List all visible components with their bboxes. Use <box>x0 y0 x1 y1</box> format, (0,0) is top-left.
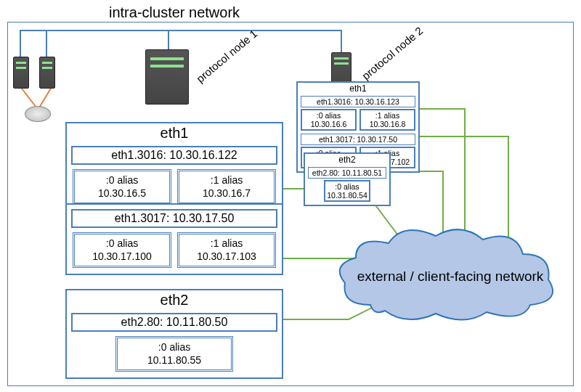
n1-eth1-3016-alias1: :1 alias 10.30.16.7 <box>177 169 276 205</box>
n1-eth2-panel: eth2 eth2.80: 10.11.80.50 :0 alias 10.11… <box>65 289 283 379</box>
alias-label: :1 alias <box>211 174 243 186</box>
n1-eth2-80-header: eth2.80: 10.11.80.50 <box>71 313 277 332</box>
alias-label: :0 alias <box>317 111 341 120</box>
n1-eth1-3016-alias0: :0 alias 10.30.16.5 <box>73 169 171 205</box>
n2-eth1-3017-header: eth1.3017: 10.30.17.50 <box>301 134 415 145</box>
alias-ip: 10.30.16.7 <box>203 187 251 199</box>
n2-eth2-80-header: eth2.80: 10.11.80.51 <box>308 167 386 179</box>
alias-label: :1 alias <box>211 237 243 249</box>
alias-ip: 10.31.80.54 <box>327 191 367 200</box>
eth2-header: eth2 <box>67 290 282 310</box>
alias-label: :0 alias <box>106 237 138 249</box>
alias-label: :1 alias <box>375 111 399 120</box>
network-diagram: intra-cluster network protocol node 1 pr… <box>0 0 581 392</box>
n2-eth1-3016-alias0: :0 alias 10.30.16.6 <box>301 109 357 131</box>
n1-eth1-3017-header: eth1.3017: 10.30.17.50 <box>71 209 277 228</box>
storage-server-icon <box>39 57 55 89</box>
n1-eth1-3017-alias0: :0 alias 10.30.17.100 <box>73 232 171 268</box>
n1-eth1-3017-alias1: :1 alias 10.30.17.103 <box>177 232 276 268</box>
alias-label: :0 alias <box>106 174 138 186</box>
protocol-node-1-icon <box>145 49 189 105</box>
n1-eth2-80-alias0: :0 alias 10.11.80.55 <box>115 336 234 372</box>
alias-ip: 10.30.16.8 <box>370 120 406 128</box>
n1-eth1-3017-panel: eth1.3017: 10.30.17.50 :0 alias 10.30.17… <box>65 203 283 275</box>
cloud-label: external / client-facing network <box>341 269 559 285</box>
storage-server-icon <box>13 57 29 89</box>
alias-ip: 10.30.17.100 <box>92 250 152 262</box>
n1-eth1-3016-panel: eth1 eth1.3016: 10.30.16.122 :0 alias 10… <box>65 122 283 212</box>
n2-eth2-80-alias0: :0 alias 10.31.80.54 <box>324 180 370 202</box>
alias-label: :0 alias <box>158 341 190 353</box>
eth1-header: eth1 <box>67 123 282 143</box>
n1-eth1-3016-header: eth1.3016: 10.30.16.122 <box>71 146 277 165</box>
n2-eth1-header: eth1 <box>298 83 418 94</box>
alias-ip: 10.30.16.5 <box>98 187 146 199</box>
alias-ip: 10.30.17.103 <box>197 250 256 262</box>
n2-eth2-header: eth2 <box>305 154 389 166</box>
n2-eth1-3016-alias1: :1 alias 10.30.16.8 <box>359 109 415 131</box>
n2-eth2-panel: eth2 eth2.80: 10.11.80.51 :0 alias 10.31… <box>304 152 391 206</box>
disk-icon <box>25 106 51 122</box>
n2-eth1-3016-header: eth1.3016: 10.30.16.123 <box>301 96 415 107</box>
alias-label: :0 alias <box>335 182 359 191</box>
intra-cluster-title: intra-cluster network <box>109 4 240 21</box>
alias-ip: 10.30.16.6 <box>311 120 347 128</box>
alias-ip: 10.11.80.55 <box>147 354 201 366</box>
